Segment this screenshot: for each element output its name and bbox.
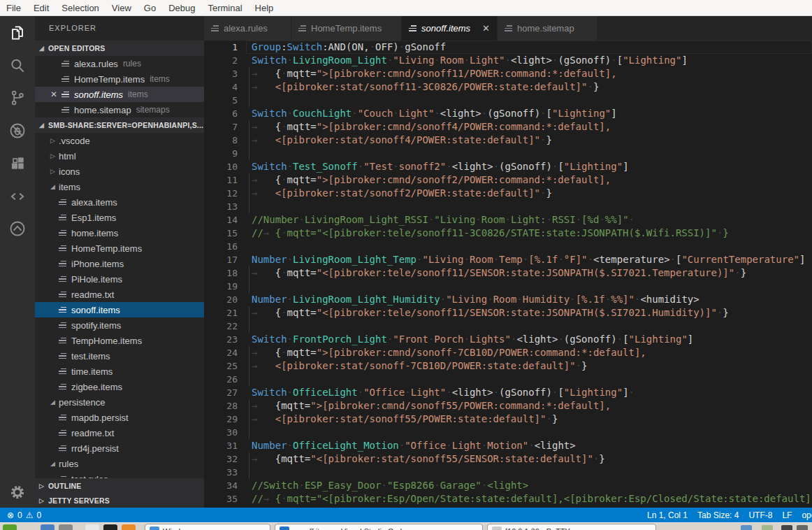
line-number: 8 <box>204 134 238 147</box>
code-line-25: 25→ <[pibroker:stat/sonoff-7CB10D/POWER:… <box>204 359 812 373</box>
taskbar-firefox-icon[interactable] <box>122 524 136 530</box>
tray-icon-3[interactable] <box>781 525 792 530</box>
tree-item-Esp1.items[interactable]: Esp1.items <box>35 210 204 225</box>
code-line-34: 34//Switch·ESP_Easy_Door·"Esp8266·Garage… <box>204 479 812 492</box>
code-line-16: 16 <box>204 240 812 253</box>
tree-item-alexa.items[interactable]: alexa.items <box>35 194 204 210</box>
jetty-servers-header[interactable]: ▷JETTY SERVERS <box>35 493 204 508</box>
tree-item-PiHole.items[interactable]: PiHole.items <box>35 271 204 287</box>
line-number: 32 <box>204 452 238 466</box>
taskbar-terminal-icon[interactable] <box>59 524 73 530</box>
folder-root-header[interactable]: ◢SMB-SHARE:SERVER=OPENHABIANPI,S... <box>35 117 204 133</box>
line-number: 12 <box>204 187 238 200</box>
twisty-icon: ▷ <box>39 482 47 489</box>
tree-item-mapdb.persist[interactable]: mapdb.persist <box>35 410 204 425</box>
menu-edit[interactable]: Edit <box>27 3 55 13</box>
tree-item-HomeTemp.items[interactable]: HomeTemp.items <box>35 241 204 256</box>
tree-item-test.items[interactable]: test.items <box>35 348 204 364</box>
code-line-8: 8→ <[pibroker:stat/sonoff4/POWER:state:d… <box>204 134 812 147</box>
tree-item-time.items[interactable]: time.items <box>35 364 204 379</box>
open-editors-header[interactable]: ◢OPEN EDITORS <box>35 41 204 56</box>
problems-status[interactable]: ⊗0⚠0 <box>7 508 41 522</box>
menu-go[interactable]: Go <box>138 3 162 13</box>
open-editor-alexa.rules[interactable]: ✕alexa.rulesrules <box>35 56 204 71</box>
taskbar-window-1[interactable]: Window <box>145 524 270 530</box>
open-editor-sonoff.items[interactable]: ✕sonoff.itemsitems <box>35 87 204 102</box>
tray-icon-4[interactable] <box>797 525 808 530</box>
tree-item-icons[interactable]: ▷icons <box>35 164 204 179</box>
line-number: 16 <box>204 240 238 253</box>
encoding[interactable]: UTF-8 <box>744 510 777 520</box>
tree-item-sonoff.items[interactable]: sonoff.items <box>35 302 204 317</box>
tree-item-readme.txt[interactable]: readme.txt <box>35 425 204 441</box>
tab-HomeTemp.items[interactable]: HomeTemp.items <box>291 16 402 41</box>
file-icon <box>61 76 69 83</box>
eol[interactable]: LF <box>777 510 797 520</box>
indent-guide <box>249 187 249 200</box>
code-brackets-icon[interactable] <box>0 182 35 210</box>
tree-item-html[interactable]: ▷html <box>35 148 204 164</box>
tray-icon-1[interactable] <box>741 525 752 530</box>
twisty-icon: ▷ <box>49 137 57 144</box>
tab-size[interactable]: Tab Size: 4 <box>693 510 744 520</box>
tree-item-test.rules[interactable]: test.rules <box>35 471 204 478</box>
menu-terminal[interactable]: Terminal <box>201 3 248 13</box>
taskbar-files-icon[interactable] <box>41 524 55 530</box>
menu-selection[interactable]: Selection <box>55 3 105 13</box>
extensions-icon[interactable] <box>0 150 35 178</box>
taskbar-menu-icon[interactable] <box>3 524 17 530</box>
tree-item-rules[interactable]: ◢rules <box>35 456 204 471</box>
tab-alexa.rules[interactable]: alexa.rules <box>204 16 291 41</box>
line-number: 34 <box>204 479 238 492</box>
tree-item-persistence[interactable]: ◢persistence <box>35 394 204 410</box>
tree-item-rrd4j.persist[interactable]: rrd4j.persist <box>35 441 204 456</box>
tree-item-.vscode[interactable]: ▷.vscode <box>35 133 204 148</box>
language-mode[interactable]: openhab <box>797 510 812 520</box>
indent-guide <box>249 346 249 359</box>
menu-view[interactable]: View <box>106 3 138 13</box>
openhab-icon[interactable] <box>0 215 35 243</box>
line-number: 21 <box>204 306 238 320</box>
search-icon[interactable] <box>0 52 35 80</box>
explorer-icon[interactable] <box>0 19 35 47</box>
tab-home.sitemap[interactable]: home.sitemap <box>498 16 597 41</box>
code-line-15: 15//→ {·mqtt="<[pibroker:tele/sonoff11-3… <box>204 227 812 240</box>
tree-item-iPhone.items[interactable]: iPhone.items <box>35 256 204 271</box>
source-control-icon[interactable] <box>0 84 35 112</box>
indent-guide <box>249 359 249 373</box>
indent-guide <box>249 120 249 134</box>
line-number: 20 <box>204 293 238 306</box>
vscode-window: FileEditSelectionViewGoDebugTerminalHelp… <box>0 0 812 530</box>
open-editor-home.sitemap[interactable]: ✕home.sitemapsitemaps <box>35 102 204 117</box>
outline-header[interactable]: ▷OUTLINE <box>35 478 204 493</box>
menu-debug[interactable]: Debug <box>162 3 201 13</box>
line-number: 2 <box>204 54 238 67</box>
settings-gear-icon[interactable] <box>0 484 35 501</box>
code-line-24: 24→ {·mqtt=">[pibroker:cmnd/sonoff-7CB10… <box>204 346 812 359</box>
taskbar-console-icon[interactable] <box>103 524 117 530</box>
code-line-21: 21→ {·mqtt="<[pibroker:tele/sonoff11/SEN… <box>204 306 812 320</box>
open-editor-HomeTemp.items[interactable]: ✕HomeTemp.itemsitems <box>35 71 204 87</box>
code-editor[interactable]: 1Group:Switch:AND(ON,·OFF)·gSonoff2Switc… <box>204 41 812 508</box>
taskbar-window-3[interactable]: [10.0.1.36 - PuTTY <box>487 524 656 530</box>
menu-help[interactable]: Help <box>249 3 280 13</box>
tree-item-home.items[interactable]: home.items <box>35 225 204 241</box>
debug-icon[interactable] <box>0 117 35 145</box>
close-icon[interactable]: ✕ <box>50 89 57 99</box>
status-bar: ⊗0⚠0Ln 1, Col 1Tab Size: 4UTF-8LFopenhab <box>0 508 812 522</box>
menu-file[interactable]: File <box>0 3 27 13</box>
tab-sonoff.items[interactable]: sonoff.items✕ <box>402 16 498 41</box>
tray-icon-2[interactable] <box>762 525 773 530</box>
tree-item-spotify.items[interactable]: spotify.items <box>35 317 204 333</box>
line-number: 25 <box>204 359 238 373</box>
taskbar-window-2[interactable]: sonoff.items - Visual Studio Code <box>275 524 483 530</box>
tab-close-icon[interactable]: ✕ <box>477 23 490 34</box>
tree-item-items[interactable]: ◢items <box>35 179 204 194</box>
tree-item-readme.txt[interactable]: readme.txt <box>35 287 204 302</box>
taskbar-screenshot-icon[interactable] <box>85 524 99 530</box>
cursor-position[interactable]: Ln 1, Col 1 <box>642 510 693 520</box>
tree-item-TempHome.items[interactable]: TempHome.items <box>35 333 204 348</box>
file-icon <box>59 352 66 360</box>
file-icon <box>59 229 66 237</box>
tree-item-zigbee.items[interactable]: zigbee.items <box>35 379 204 394</box>
